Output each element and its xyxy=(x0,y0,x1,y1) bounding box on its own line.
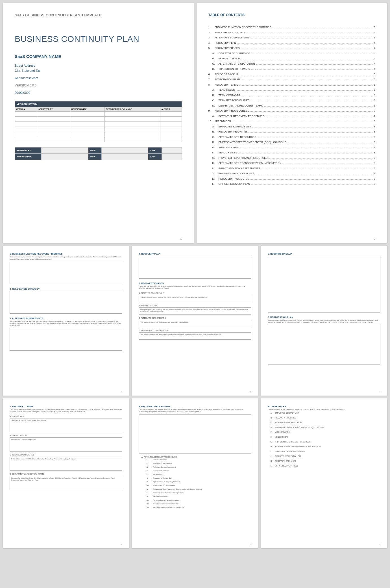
list-item: G.IT SYSTEM REPORTS AND RESOURCES xyxy=(268,441,380,443)
appendix-text: VITAL RECORDS xyxy=(275,431,290,433)
version-label: VERSION 0.0.0 xyxy=(15,84,182,87)
list-item: C.ALTERNATE SITE RESOURCES xyxy=(268,422,380,424)
input-box[interactable] xyxy=(10,262,122,284)
toc-label: BUSINESS FUNCTION RECOVERY PRIORITIES xyxy=(215,25,271,29)
toc-number: E. xyxy=(208,146,219,150)
toc-entry: J.BUSINESS IMPACT ANALYSIS8 xyxy=(208,172,376,176)
section-heading: 8. RECOVERY TEAMS xyxy=(10,405,122,408)
page-section-1-3: 1. BUSINESS FUNCTION RECOVERY PRIORITIES… xyxy=(3,246,129,396)
section-heading: 1. BUSINESS FUNCTION RECOVERY PRIORITIES xyxy=(10,253,122,255)
list-item: F.VENDOR LISTS xyxy=(268,436,380,438)
toc-entry: D.EMERGENCY OPERATIONS CENTER (EOC) LOCA… xyxy=(208,140,376,144)
toc-entry: H.ALTERNATE SITE TRANSPORTATION INFORMAT… xyxy=(208,161,376,165)
appendix-text: IT SYSTEM REPORTS AND RESOURCES xyxy=(275,441,310,443)
list-item: E.VITAL RECORDS xyxy=(268,431,380,433)
approved-by-field[interactable] xyxy=(42,154,88,160)
step-number: xi. xyxy=(147,496,153,497)
toc-number: 3. xyxy=(208,36,215,40)
appendix-text: IMPACT AND RISK ASSESSMENTS xyxy=(275,450,305,452)
appendix-list: A.EMPLOYEE CONTACT LISTB.RECOVERY PRIORI… xyxy=(268,412,380,467)
toc-label: VENDOR LISTS xyxy=(219,151,237,155)
page-number: 2 xyxy=(374,237,375,240)
appendix-letter: E. xyxy=(271,431,275,433)
toc-page: 3 xyxy=(374,31,375,35)
toc-leader xyxy=(239,85,373,86)
page-number: 3 xyxy=(380,391,380,393)
toc-label: RECOVERY PRIORITIES xyxy=(219,130,248,134)
section-heading: 2. RELOCATION STRATEGY xyxy=(10,288,122,290)
vh-col-version: VERSION xyxy=(15,107,37,112)
prepared-by-field[interactable] xyxy=(42,147,88,154)
input-box[interactable]: The company declares a disaster and make… xyxy=(139,295,251,302)
input-box[interactable] xyxy=(10,291,122,314)
toc-label: EMPLOYEE CONTACT LIST xyxy=(219,125,251,129)
toc-leader xyxy=(287,143,373,143)
toc-entry: A.POTENTIAL RECOVERY PROCEDURE7 xyxy=(208,114,376,118)
step-number: xiv. xyxy=(147,507,153,508)
toc-number: K. xyxy=(208,177,219,181)
title-field-2[interactable] xyxy=(102,154,148,160)
step-text: Commencement of Alternate Site Operation… xyxy=(153,492,184,494)
input-box[interactable] xyxy=(139,414,251,454)
section-heading: 9. RECOVERY PROCEDURES xyxy=(139,405,251,408)
toc-number: G. xyxy=(208,156,219,160)
toc-page: 6 xyxy=(374,104,375,108)
toc-leader xyxy=(236,90,373,91)
input-box[interactable]: During this phase, the company puts the … xyxy=(139,307,251,315)
toc-entry: 6.RECORDS BACKUP5 xyxy=(208,73,376,77)
appendix-letter: C. xyxy=(271,422,275,424)
toc-list: 1.BUSINESS FUNCTION RECOVERY PRIORITIES3… xyxy=(208,25,376,186)
section-heading: 3. ALTERNATE BUSINESS SITE xyxy=(10,317,122,320)
page-cover: SaaS BUSINESS CONTINUITY PLAN TEMPLATE B… xyxy=(3,3,194,243)
step-number: vi. xyxy=(147,477,153,479)
table-row xyxy=(15,132,182,137)
step-text: Cessation of Alternate Site Procedures xyxy=(153,503,179,505)
list-item: H.ALTERNATE SITE TRANSPORTATION INFORMAT… xyxy=(268,446,380,448)
step-number: xii. xyxy=(147,499,153,501)
input-box[interactable]: Incident Commander, HR/PR Officer, Infor… xyxy=(10,457,122,471)
input-box[interactable] xyxy=(139,256,251,279)
toc-label: RECOVERY TASK LISTS xyxy=(219,177,248,181)
toc-entry: 7.RESTORATION PLAN5 xyxy=(208,78,376,82)
page-section-4-5: 4. RECOVERY PLAN 5. RECOVERY PHASES Thes… xyxy=(132,246,258,396)
page-number: 1 xyxy=(180,237,182,240)
toc-number: D. xyxy=(208,67,219,71)
toc-number: B. xyxy=(208,130,219,134)
toc-number: 5. xyxy=(208,46,215,50)
appendix-text: VENDOR LISTS xyxy=(275,436,289,438)
appendix-letter: L. xyxy=(271,465,275,467)
input-box[interactable]: This phase continues until the business … xyxy=(139,320,251,327)
input-box[interactable] xyxy=(10,328,122,351)
input-box[interactable] xyxy=(268,256,380,313)
section-description: These are the activities most needed for… xyxy=(139,285,251,290)
signoff-table: PREPARED BY TITLE DATE APPROVED BY TITLE… xyxy=(15,147,182,160)
toc-page: 3 xyxy=(374,25,375,29)
toc-page: 6 xyxy=(374,83,375,87)
toc-entry: 10.APPENDICES8 xyxy=(208,120,376,123)
date-field-2[interactable] xyxy=(162,154,182,160)
date-field[interactable] xyxy=(162,147,182,154)
list-item: xiii.Cessation of Alternate Site Procedu… xyxy=(147,503,251,505)
list-item: L.OFFICE RECOVERY PLAN xyxy=(268,465,380,467)
input-box[interactable]: This phase continues until the company c… xyxy=(139,332,251,340)
date-label-cell: DATE xyxy=(148,147,162,154)
toc-entry: 1.BUSINESS FUNCTION RECOVERY PRIORITIES3 xyxy=(208,25,376,29)
list-item: vi.Relocation to Alternate Site xyxy=(147,477,251,479)
list-item: J.BUSINESS IMPACT ANALYSIS xyxy=(268,455,380,457)
toc-label: TEAM RESPONSIBILITIES xyxy=(219,99,250,103)
appendix-text: OFFICE RECOVERY PLAN xyxy=(275,465,298,467)
toc-page: 8 xyxy=(374,161,375,165)
input-box[interactable]: Team Leader, Backup Team Leader, Team Me… xyxy=(10,418,122,432)
input-box[interactable]: Stored in the Contact List Appendix xyxy=(10,437,122,452)
toc-label: ALTERNATE SITE OPERATION xyxy=(219,62,255,66)
page-toc: TABLE OF CONTENTS 1.BUSINESS FUNCTION RE… xyxy=(197,3,387,243)
toc-entry: 2.RELOCATION STRATEGY3 xyxy=(208,31,376,35)
input-box[interactable] xyxy=(268,325,380,364)
toc-entry: D.TRANSITION TO PRIMARY SITE4 xyxy=(208,67,376,71)
input-box[interactable]: Business Continuity Coordinator, EOC Com… xyxy=(10,476,122,490)
toc-number: A. xyxy=(208,125,219,129)
title-field[interactable] xyxy=(102,147,148,154)
step-number: ii. xyxy=(147,463,153,464)
list-item: viii.Establishment of Communication xyxy=(147,485,251,486)
toc-label: EMERGENCY OPERATIONS CENTER (EOC) LOCATI… xyxy=(219,140,286,144)
